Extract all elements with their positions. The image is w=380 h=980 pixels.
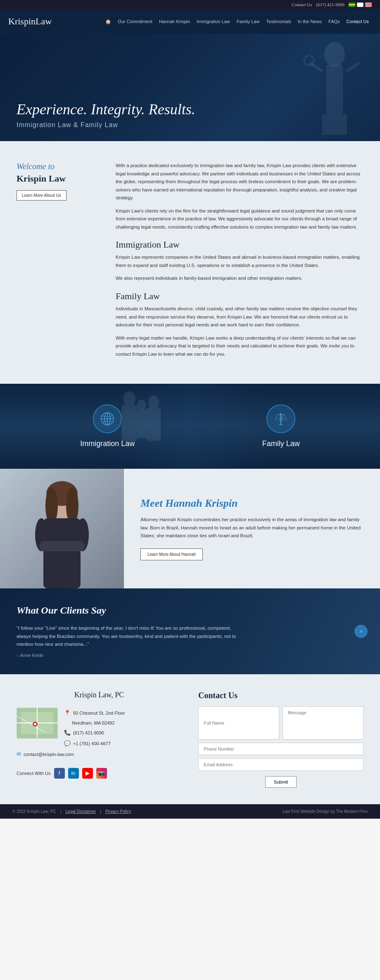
svg-point-10 xyxy=(137,400,146,411)
meet-content: Meet Hannah Krispin Attorney Hannah Kris… xyxy=(124,469,380,588)
svg-point-3 xyxy=(304,56,314,66)
welcome-left: Welcome to Krispin Law Learn More About … xyxy=(17,162,99,363)
welcome-section: Welcome to Krispin Law Learn More About … xyxy=(0,141,380,384)
instagram-icon[interactable]: 📷 xyxy=(96,768,107,779)
immigration-para-2: We also represent individuals in family-… xyxy=(116,274,363,283)
nav-faqs[interactable]: FAQs xyxy=(325,17,343,26)
immigration-law-label: Immigration Law xyxy=(80,439,135,448)
hero-section: Experience. Integrity. Results. Immigrat… xyxy=(0,34,380,141)
contact-us-heading: Contact Us xyxy=(198,691,363,700)
svg-rect-11 xyxy=(135,410,147,439)
scales-icon xyxy=(266,404,295,433)
contact-form-row-3 xyxy=(198,758,363,771)
address-row: 📍 50 Chestnut St, 2nd Floor xyxy=(64,708,182,718)
address-line1: 50 Chestnut St, 2nd Floor xyxy=(73,708,125,718)
hannah-portrait xyxy=(0,469,124,588)
firm-name-heading: Krispin Law xyxy=(17,173,99,184)
svg-rect-9 xyxy=(147,408,161,441)
bottom-right: Law Firm Website Design by The Modern Fi… xyxy=(283,809,368,814)
contact-form-row-2 xyxy=(198,743,363,755)
privacy-policy-link[interactable]: Privacy Policy xyxy=(105,809,131,814)
nav-in-the-news[interactable]: In the News xyxy=(295,17,325,26)
nav-our-commitment[interactable]: Our Commitment xyxy=(115,17,155,26)
message-input[interactable] xyxy=(283,706,363,739)
hannah-bio: Attorney Hannah Krispin concentrates her… xyxy=(140,516,363,540)
svg-line-20 xyxy=(284,415,286,419)
svg-point-8 xyxy=(148,395,159,409)
nav-contact-us[interactable]: Contact Us xyxy=(344,17,372,26)
language-flags xyxy=(349,2,372,7)
hero-content: Experience. Integrity. Results. Immigrat… xyxy=(17,102,195,129)
facebook-icon[interactable]: f xyxy=(54,768,65,779)
practice-family[interactable]: Family Law xyxy=(262,404,300,448)
meet-heading: Meet Hannah Krispin xyxy=(140,497,363,510)
svg-rect-31 xyxy=(39,541,85,551)
topbar-phone: (617) 421-9090 xyxy=(316,2,344,7)
learn-more-about-us-button[interactable]: Learn More About Us xyxy=(17,190,66,201)
hannah-photo-inner xyxy=(0,469,124,588)
svg-point-18 xyxy=(280,414,282,416)
learn-more-hannah-button[interactable]: Learn More About Hannah xyxy=(140,548,203,560)
phone2-row: 💬 +1 (781) 400-4677 xyxy=(64,738,182,749)
bottom-bar: © 2022 Krispin Law, PC | Legal Disclaime… xyxy=(0,804,380,819)
email-input[interactable] xyxy=(198,758,363,771)
flag-brazil[interactable] xyxy=(349,2,355,7)
phone1: (617) 421-9090 xyxy=(73,728,104,737)
nav-family-law[interactable]: Family Law xyxy=(234,17,263,26)
welcome-to-text: Welcome to xyxy=(17,162,99,171)
top-bar: Contact Us (617) 421-9090 xyxy=(0,0,380,9)
nav-home[interactable]: 🏠 xyxy=(102,17,114,26)
phone2: +1 (781) 400-4677 xyxy=(73,739,111,748)
svg-rect-1 xyxy=(326,65,343,114)
globe-icon xyxy=(93,404,122,433)
testimonial-quote: "I follow your "Live" since the beginnin… xyxy=(17,624,240,649)
family-para-2: With every legal matter we handle, Krisp… xyxy=(116,334,363,359)
nav-testimonials[interactable]: Testimonials xyxy=(263,17,294,26)
footer-right: Contact Us Submit xyxy=(198,691,363,788)
address-line2-row: Needham, MA 02492 xyxy=(64,718,182,727)
hero-statue-icon xyxy=(297,34,372,141)
flag-israel[interactable] xyxy=(357,2,363,7)
whatsapp-icon: 💬 xyxy=(64,738,71,749)
logo-law: Law xyxy=(36,16,52,26)
nav-hannah-krispin[interactable]: Hannah Krispin xyxy=(156,17,193,26)
contact-form: Submit xyxy=(198,706,363,788)
svg-line-2 xyxy=(310,63,322,71)
submit-button[interactable]: Submit xyxy=(265,776,297,788)
site-logo[interactable]: KrispinLaw xyxy=(8,16,52,27)
address-line2: Needham, MA 02492 xyxy=(72,718,114,727)
immigration-para-1: Krispin Law represents companies in the … xyxy=(116,253,363,269)
hannah-photo xyxy=(0,469,124,588)
contact-form-row-1 xyxy=(198,706,363,739)
hero-title: Experience. Integrity. Results. xyxy=(17,102,195,118)
phone-input[interactable] xyxy=(198,743,363,755)
email-row: ✉ contact@krispin-law.com xyxy=(17,749,182,760)
flag-usa[interactable] xyxy=(365,2,372,7)
phone1-row: 📞 (617) 421-9090 xyxy=(64,727,182,738)
immigration-law-heading: Immigration Law xyxy=(116,239,363,250)
location-icon: 📍 xyxy=(64,708,71,718)
design-credit: Law Firm Website Design by The Modern Fi… xyxy=(283,809,368,814)
testimonial-next-arrow[interactable]: › xyxy=(354,625,368,638)
linkedin-icon[interactable]: in xyxy=(68,768,79,779)
copyright: © 2022 Krispin Law, PC xyxy=(12,809,56,814)
family-law-heading: Family Law xyxy=(116,291,363,302)
connect-with-us-label: Connect With Us xyxy=(17,771,51,776)
family-law-label: Family Law xyxy=(262,439,300,448)
email-icon: ✉ xyxy=(17,749,21,760)
full-name-input[interactable] xyxy=(198,706,279,739)
meet-label: Meet xyxy=(140,497,162,509)
youtube-icon[interactable]: ▶ xyxy=(82,768,93,779)
practice-immigration[interactable]: Immigration Law xyxy=(80,404,135,448)
logo-krispin: Krispin xyxy=(8,16,36,26)
welcome-para-1: With a practice dedicated exclusively to… xyxy=(116,162,363,202)
welcome-right: With a practice dedicated exclusively to… xyxy=(116,162,363,363)
nav-immigration-law[interactable]: Immigration Law xyxy=(194,17,233,26)
svg-rect-5 xyxy=(322,114,347,135)
social-section: Connect With Us f in ▶ 📷 xyxy=(17,768,182,779)
family-para-1: Individuals in Massachusetts divorce, ch… xyxy=(116,305,363,329)
footer-map xyxy=(17,708,58,739)
topbar-contact[interactable]: Contact Us xyxy=(292,2,312,7)
legal-disclaimer-link[interactable]: Legal Disclaimer xyxy=(65,809,96,814)
email: contact@krispin-law.com xyxy=(24,750,74,759)
